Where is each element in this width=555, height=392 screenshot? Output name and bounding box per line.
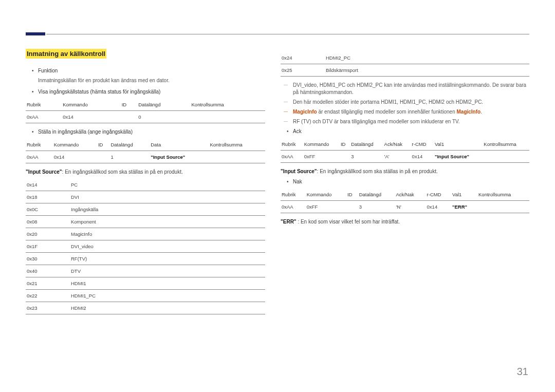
td-code: 0x22 bbox=[26, 290, 70, 302]
td bbox=[340, 151, 350, 163]
note-dvi: DVI_video, HDMI1_PC och HDMI2_PC kan int… bbox=[281, 82, 529, 96]
table-row: 0x18DVI bbox=[26, 191, 265, 203]
td: 3 bbox=[350, 151, 383, 163]
td bbox=[209, 151, 266, 163]
td: "Input Source" bbox=[434, 151, 483, 163]
th: Datalängd bbox=[358, 189, 395, 201]
table-row: 0x0CIngångskälla bbox=[26, 203, 265, 216]
td-label: RF(TV) bbox=[70, 253, 265, 265]
table-row: 0x1FDVI_video bbox=[26, 240, 265, 253]
table-row: 0x21HDMI1 bbox=[26, 277, 265, 290]
th: Ack/Nak bbox=[383, 138, 411, 151]
th: Ack/Nak bbox=[395, 189, 425, 201]
err-label: "ERR" bbox=[281, 219, 297, 225]
table-row: 0x23HDMI2 bbox=[26, 302, 265, 314]
td-code: 0x24 bbox=[281, 52, 325, 64]
td-label: HDMI2 bbox=[70, 302, 265, 314]
td: "Input Source" bbox=[150, 151, 209, 163]
td-code: 0x21 bbox=[26, 277, 70, 290]
td bbox=[121, 111, 138, 123]
td-label: HDMI2_PC bbox=[325, 52, 529, 64]
td-code: 0x08 bbox=[26, 216, 70, 228]
td: 0xAA bbox=[26, 151, 53, 163]
header-rule bbox=[46, 34, 529, 34]
td-label: DVI bbox=[70, 191, 265, 203]
right-column: 0x24HDMI2_PC0x25Bildskärmsport DVI_video… bbox=[281, 49, 529, 320]
th: ID bbox=[97, 139, 109, 151]
input-source-label: "Input Source" bbox=[26, 169, 62, 175]
th: r-CMD bbox=[411, 138, 434, 151]
td: 0x14 bbox=[62, 111, 120, 123]
th: Kommando bbox=[306, 189, 346, 201]
td-label: Komponent bbox=[70, 216, 265, 228]
td: 0xAA bbox=[281, 151, 303, 163]
td: 1 bbox=[109, 151, 150, 163]
bullet-visa: Visa ingångskällstatus (hämta status för… bbox=[26, 88, 265, 96]
th: Datalängd bbox=[137, 99, 190, 111]
th: Val1 bbox=[434, 138, 483, 151]
td-label: DTV bbox=[70, 265, 265, 277]
td: 'A' bbox=[383, 151, 411, 163]
note-hdmi: Den här modellen stöder inte portarna HD… bbox=[281, 99, 529, 106]
td-code: 0x18 bbox=[26, 191, 70, 203]
err-desc: "ERR" : En kod som visar vilket fel som … bbox=[281, 218, 529, 226]
input-source-desc-2: "Input Source": En ingångskällkod som sk… bbox=[281, 168, 529, 175]
table-row: 0x40DTV bbox=[26, 265, 265, 277]
table-source-codes-cont: 0x24HDMI2_PC0x25Bildskärmsport bbox=[281, 52, 529, 77]
table-row: 0x08Komponent bbox=[26, 216, 265, 228]
th: r-CMD bbox=[426, 189, 451, 201]
td bbox=[191, 111, 265, 123]
table-row: 0xAA 0xFF 3 'N' 0x14 "ERR" bbox=[281, 201, 529, 213]
th: Rubrik bbox=[281, 189, 306, 201]
th: Val1 bbox=[451, 189, 477, 201]
td-code: 0x40 bbox=[26, 265, 70, 277]
td: 0 bbox=[137, 111, 190, 123]
td-code: 0x25 bbox=[281, 64, 325, 77]
td: 'N' bbox=[395, 201, 425, 213]
table-source-codes: 0x14PC0x18DVI0x0CIngångskälla0x08Kompone… bbox=[26, 179, 265, 314]
left-column: Inmatning av källkontroll Funktion Inmat… bbox=[26, 49, 265, 320]
input-source-text: : En ingångskällkod som ska ställas in p… bbox=[62, 169, 183, 175]
table-get-status: Rubrik Kommando ID Datalängd Kontrollsum… bbox=[26, 99, 265, 123]
th: Kontrollsumma bbox=[483, 138, 529, 151]
section-heading: Inmatning av källkontroll bbox=[26, 49, 106, 59]
td bbox=[346, 201, 358, 213]
table-row: 0x14PC bbox=[26, 179, 265, 191]
td-label: HDMI1_PC bbox=[70, 290, 265, 302]
th: ID bbox=[346, 189, 358, 201]
th: Kommando bbox=[303, 138, 340, 151]
magicinfo-label-2: MagicInfo bbox=[457, 109, 481, 115]
table-row: 0x30RF(TV) bbox=[26, 253, 265, 265]
td: 0xAA bbox=[26, 111, 62, 123]
bullet-nak: Nak bbox=[281, 178, 529, 185]
table-set-source: Rubrik Kommando ID Datalängd Data Kontro… bbox=[26, 139, 265, 163]
table-row: 0x24HDMI2_PC bbox=[281, 52, 529, 64]
td: 0xAA bbox=[281, 201, 306, 213]
td-code: 0x30 bbox=[26, 253, 70, 265]
td-label: MagicInfo bbox=[70, 228, 265, 240]
td: 0x14 bbox=[426, 201, 451, 213]
th: Kommando bbox=[53, 139, 97, 151]
th: ID bbox=[340, 138, 350, 151]
th: Kontrollsumma bbox=[477, 189, 529, 201]
magicinfo-label: MagicInfo bbox=[293, 109, 317, 115]
th: ID bbox=[121, 99, 138, 111]
th: Kontrollsumma bbox=[209, 139, 266, 151]
input-source-label-2: "Input Source" bbox=[281, 169, 317, 174]
td: 0x14 bbox=[411, 151, 434, 163]
table-row: 0x25Bildskärmsport bbox=[281, 64, 529, 77]
td: 0x14 bbox=[53, 151, 97, 163]
td: 3 bbox=[358, 201, 395, 213]
th: Data bbox=[150, 139, 209, 151]
td-label: HDMI1 bbox=[70, 277, 265, 290]
td: 0xFF bbox=[306, 201, 346, 213]
bullet-stalla: Ställa in ingångskälla (ange ingångskäll… bbox=[26, 128, 265, 136]
th: Datalängd bbox=[109, 139, 150, 151]
table-row: 0xAA 0x14 0 bbox=[26, 111, 265, 123]
table-row: 0x20MagicInfo bbox=[26, 228, 265, 240]
td-code: 0x0C bbox=[26, 203, 70, 216]
page-number: 31 bbox=[517, 366, 528, 378]
note-end: . bbox=[480, 109, 482, 115]
th: Datalängd bbox=[350, 138, 383, 151]
td bbox=[97, 151, 109, 163]
